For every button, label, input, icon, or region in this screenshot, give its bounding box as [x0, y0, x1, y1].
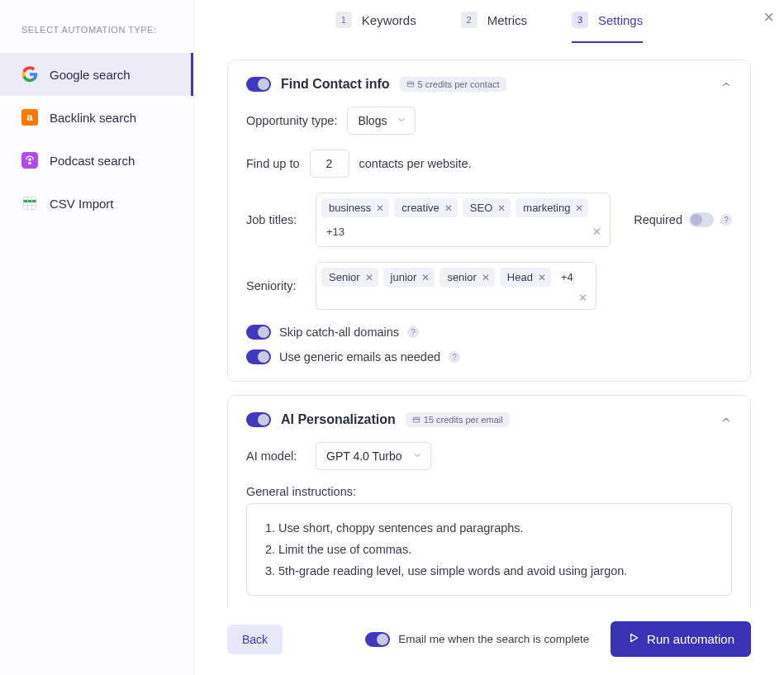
tag: SEO✕ — [463, 198, 511, 217]
podcast-icon — [21, 152, 38, 169]
instruction-item: Limit the use of commas. — [278, 539, 715, 560]
help-icon[interactable]: ? — [449, 351, 460, 363]
tag-remove-icon[interactable]: ✕ — [421, 272, 430, 283]
sidebar-item-podcast-search[interactable]: Podcast search — [0, 139, 193, 182]
tag: creative✕ — [394, 198, 458, 217]
sidebar-item-label: Backlink search — [50, 111, 136, 125]
sidebar-item-label: Google search — [50, 68, 131, 82]
card-find-contact-info: Find Contact info 5 credits per contact … — [227, 59, 751, 382]
toggle-ai-personalization[interactable] — [246, 412, 271, 427]
svg-rect-5 — [24, 200, 36, 202]
sidebar-item-csv-import[interactable]: CSV Import — [0, 182, 193, 225]
generic-emails-label: Use generic emails as needed — [279, 350, 440, 364]
clear-tags-icon[interactable]: ✕ — [575, 292, 591, 304]
step-number: 2 — [461, 12, 478, 28]
tag-remove-icon[interactable]: ✕ — [575, 202, 583, 214]
tag-remove-icon[interactable]: ✕ — [482, 272, 490, 283]
clear-tags-icon[interactable]: ✕ — [589, 226, 605, 238]
email-me-label: Email me when the search is complete — [398, 633, 589, 645]
toggle-email-me[interactable] — [365, 632, 390, 647]
play-icon — [627, 631, 640, 647]
select-value: Blogs — [358, 114, 387, 127]
tag-remove-icon[interactable]: ✕ — [376, 202, 384, 214]
help-icon[interactable]: ? — [407, 326, 419, 338]
toggle-find-contact-info[interactable] — [246, 77, 271, 92]
step-keywords[interactable]: 1 Keywords — [335, 12, 416, 43]
chevron-up-icon[interactable] — [720, 414, 732, 429]
button-label: Run automation — [647, 632, 734, 646]
svg-rect-12 — [413, 419, 420, 420]
ai-model-label: AI model: — [246, 449, 306, 463]
general-instructions-label: General instructions: — [246, 485, 732, 498]
tag-remove-icon[interactable]: ✕ — [538, 272, 546, 283]
badge-text: 5 credits per contact — [418, 79, 500, 89]
step-label: Metrics — [487, 13, 527, 27]
help-icon[interactable]: ? — [720, 214, 732, 226]
step-number: 3 — [572, 12, 588, 28]
card-ai-personalization: AI Personalization 15 credits per email … — [227, 395, 751, 608]
badge-text: 15 credits per email — [424, 415, 503, 425]
ai-model-select[interactable]: GPT 4.0 Turbo — [316, 442, 431, 470]
seniority-label: Seniority: — [246, 279, 306, 292]
svg-text:a: a — [26, 111, 33, 123]
job-titles-tagbox[interactable]: business✕ creative✕ SEO✕ marketing✕ +13 … — [316, 193, 611, 247]
opportunity-type-label: Opportunity type: — [246, 114, 337, 127]
toggle-skip-catchall[interactable] — [246, 325, 271, 340]
find-up-to-prefix: Find up to — [246, 157, 300, 170]
tag: Head✕ — [500, 268, 551, 287]
tag: junior✕ — [383, 268, 435, 287]
main-panel: × 1 Keywords 2 Metrics 3 Settings Find C… — [194, 0, 784, 675]
csv-icon — [21, 195, 38, 212]
google-icon — [21, 66, 38, 83]
svg-rect-10 — [407, 83, 414, 84]
sidebar-item-backlink-search[interactable]: a Backlink search — [0, 96, 193, 139]
sidebar: SELECT AUTOMATION TYPE: Google search a … — [0, 0, 194, 675]
required-label: Required — [634, 213, 682, 226]
opportunity-type-select[interactable]: Blogs — [347, 107, 416, 135]
sidebar-item-label: CSV Import — [50, 197, 114, 211]
tag: business✕ — [321, 198, 389, 217]
tag-remove-icon[interactable]: ✕ — [497, 202, 506, 214]
credits-badge: 5 credits per contact — [400, 77, 506, 92]
toggle-generic-emails[interactable] — [246, 349, 271, 364]
sidebar-item-label: Podcast search — [50, 154, 135, 168]
chevron-up-icon[interactable] — [720, 78, 732, 93]
tag-remove-icon[interactable]: ✕ — [365, 272, 373, 283]
step-settings[interactable]: 3 Settings — [572, 12, 643, 43]
toggle-required[interactable] — [689, 212, 714, 227]
seniority-tagbox[interactable]: Senior✕ junior✕ senior✕ Head✕ +4 ✕ — [316, 262, 596, 310]
skip-catchall-label: Skip catch-all domains — [279, 326, 399, 339]
chevron-down-icon — [397, 114, 406, 127]
instruction-item: 5th-grade reading level, use simple word… — [278, 560, 715, 582]
step-label: Keywords — [362, 13, 416, 27]
back-button[interactable]: Back — [227, 625, 283, 654]
chevron-down-icon — [412, 449, 422, 463]
run-automation-button[interactable]: Run automation — [611, 621, 751, 657]
svg-point-3 — [28, 159, 31, 161]
step-label: Settings — [598, 13, 643, 27]
tag: senior✕ — [440, 268, 494, 287]
contacts-per-website-input[interactable] — [310, 150, 349, 178]
stepper: 1 Keywords 2 Metrics 3 Settings — [194, 0, 784, 43]
step-metrics[interactable]: 2 Metrics — [461, 12, 527, 43]
sidebar-item-google-search[interactable]: Google search — [0, 53, 193, 96]
general-instructions-box[interactable]: Use short, choppy sentences and paragrap… — [246, 503, 732, 596]
step-number: 1 — [335, 12, 352, 28]
instruction-item: Use short, choppy sentences and paragrap… — [278, 517, 715, 539]
select-value: GPT 4.0 Turbo — [326, 449, 402, 463]
sidebar-title: SELECT AUTOMATION TYPE: — [0, 20, 193, 53]
tag: marketing✕ — [516, 198, 588, 217]
footer: Back Email me when the search is complet… — [194, 608, 784, 675]
card-title: Find Contact info — [281, 77, 390, 92]
tag-remove-icon[interactable]: ✕ — [444, 202, 453, 214]
job-titles-label: Job titles: — [246, 213, 306, 226]
tag: Senior✕ — [321, 268, 378, 287]
tag-more[interactable]: +13 — [321, 222, 349, 241]
find-up-to-suffix: contacts per website. — [359, 157, 472, 170]
svg-rect-4 — [24, 197, 36, 210]
ahrefs-icon: a — [21, 109, 38, 126]
credits-badge: 15 credits per email — [406, 412, 510, 427]
tag-more[interactable]: +4 — [556, 268, 578, 287]
card-title: AI Personalization — [281, 412, 396, 427]
close-icon[interactable]: × — [763, 7, 774, 28]
